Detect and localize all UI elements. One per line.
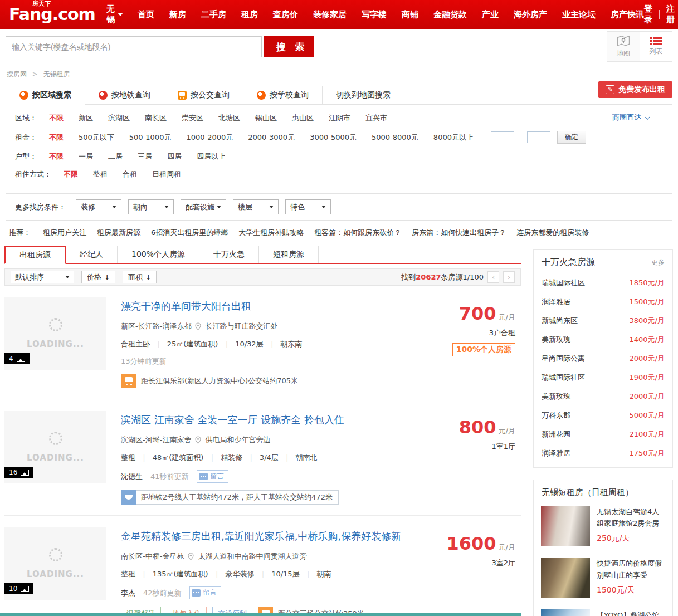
next-page-button[interactable]: ›	[503, 271, 515, 283]
urgent-list-item[interactable]: 美新玫瑰 2000元/月	[534, 387, 672, 406]
nav-item[interactable]: 商铺	[402, 9, 418, 20]
region-option[interactable]: 锡山区	[255, 113, 277, 123]
register-link[interactable]: 注册	[666, 4, 675, 25]
agent-name[interactable]: 沈德生	[121, 472, 143, 482]
message-button[interactable]: 留言	[189, 586, 221, 599]
listing-photo-placeholder[interactable]: LOADING... 10	[4, 527, 106, 600]
sort-order-select[interactable]: 默认排序	[11, 271, 74, 283]
listing-photo-placeholder[interactable]: LOADING... 4	[4, 297, 106, 370]
site-logo[interactable]: 房天下 Fang.com	[9, 1, 95, 28]
region-option[interactable]: 南长区	[145, 113, 167, 123]
urgent-list-item[interactable]: 美新玫瑰 1400元/月	[534, 330, 672, 349]
tab-search-by-bus[interactable]: 按公交查询	[164, 86, 243, 105]
urgent-list-item[interactable]: 瑞城国际社区 1900元/月	[534, 368, 672, 387]
tab-urgent[interactable]: 十万火急	[199, 246, 259, 263]
nav-item[interactable]: 装修家居	[313, 9, 347, 20]
nav-item[interactable]: 租房	[241, 9, 258, 20]
layout-option[interactable]: 四居	[167, 151, 182, 162]
city-selector[interactable]: 无锡	[106, 4, 123, 25]
region-option[interactable]: 新区	[79, 113, 93, 123]
filter-dropdown[interactable]: 朝向	[128, 199, 174, 214]
prev-page-button[interactable]: ‹	[487, 271, 499, 283]
tab-switch-to-map-search[interactable]: 切换到地图搜索	[323, 86, 404, 105]
rent-confirm-button[interactable]: 确定	[557, 131, 586, 144]
map-view-button[interactable]: 地图	[607, 32, 640, 61]
region-option[interactable]: 滨湖区	[108, 113, 130, 123]
rent-option[interactable]: 5000-8000元	[372, 133, 418, 143]
urgent-list-item[interactable]: 瑞城国际社区 1850元/月	[534, 273, 672, 292]
recommend-link[interactable]: 6招消灭出租房里的蟑螂	[151, 228, 228, 238]
short-rent-item[interactable]: 快捷酒店的价格度假别墅山庄的享受 1500元/天	[534, 552, 672, 604]
listing-photo-placeholder[interactable]: LOADING... 16	[4, 411, 106, 483]
nav-item[interactable]: 房产快讯	[611, 9, 644, 20]
listing-title-link[interactable]: 滨湖区 江南家舍 全装一室一厅 设施齐全 拎包入住	[121, 413, 344, 427]
list-view-button[interactable]: 列表	[640, 32, 672, 61]
recommend-link[interactable]: 连房东都爱的租房装修	[516, 228, 589, 238]
region-option[interactable]: 江阴市	[329, 113, 350, 123]
urgent-more-link[interactable]: 更多	[651, 258, 665, 267]
region-option[interactable]: 北塘区	[218, 113, 240, 123]
recommend-link[interactable]: 房东篇：如何快速出租房子？	[412, 228, 506, 238]
tab-rental-listings[interactable]: 出租房源	[4, 246, 66, 264]
rent-option[interactable]: 8000元以上	[433, 133, 474, 143]
nav-item[interactable]: 新房	[169, 9, 186, 20]
tab-short-rent[interactable]: 短租房源	[259, 246, 319, 263]
rent-option[interactable]: 2000-3000元	[248, 133, 295, 143]
region-option[interactable]: 惠山区	[292, 113, 314, 123]
filter-dropdown[interactable]: 装修	[76, 199, 121, 214]
filter-dropdown[interactable]: 楼层	[233, 199, 279, 214]
short-rent-item[interactable]: 无锡太湖自驾游4人组家庭旅馆2房套房 250元/天	[534, 500, 672, 552]
search-button[interactable]: 搜 索	[264, 36, 314, 57]
layout-option[interactable]: 不限	[49, 151, 64, 162]
urgent-list-item[interactable]: 润泽雅居 1750元/月	[534, 444, 672, 463]
agent-name[interactable]: 李杰	[121, 588, 135, 598]
recommend-link[interactable]: 租客篇：如何跟房东砍价？	[314, 228, 401, 238]
listing-area-link[interactable]: 新区-长江路-润泽东都	[121, 321, 191, 331]
tab-search-by-metro[interactable]: 按地铁查询	[85, 86, 164, 105]
nav-item[interactable]: 产业	[482, 9, 499, 20]
message-button[interactable]: 留言	[197, 470, 228, 483]
rent-max-input[interactable]	[527, 131, 550, 143]
rent-option[interactable]: 3000-5000元	[310, 133, 357, 143]
urgent-list-item[interactable]: 润泽雅居 1500元/月	[534, 292, 672, 311]
nav-item[interactable]: 二手房	[201, 9, 226, 20]
rent-min-input[interactable]	[491, 131, 514, 143]
short-rent-item[interactable]: 【YOYO】蠡湖公馆别墅派对聚会	[534, 604, 672, 616]
tab-personal-listings[interactable]: 100%个人房源	[118, 246, 199, 263]
search-input[interactable]	[6, 36, 262, 57]
region-option[interactable]: 不限	[49, 113, 64, 123]
breadcrumb-home[interactable]: 搜房网	[7, 70, 27, 78]
breadcrumb-current[interactable]: 无锡租房	[43, 70, 70, 78]
listing-title-link[interactable]: 漂亮干净的单间带大阳台出租	[121, 300, 251, 313]
tab-agents[interactable]: 经纪人	[66, 246, 118, 263]
rent-option[interactable]: 1000-2000元	[186, 133, 233, 143]
recommend-link[interactable]: 大学生租房补贴攻略	[238, 228, 304, 238]
region-option[interactable]: 宜兴市	[365, 113, 387, 123]
tab-search-by-school[interactable]: 按学校查询	[243, 86, 323, 105]
listing-area-link[interactable]: 南长区-中桥-金星苑	[121, 551, 184, 561]
urgent-list-item[interactable]: 新洲花园 2100元/月	[534, 425, 672, 444]
listing-title-link[interactable]: 金星苑精装修三房出租,靠近阳光家乐福,中桥乐购,保养好装修新	[121, 530, 401, 543]
nav-item[interactable]: 查房价	[273, 9, 298, 20]
nav-item[interactable]: 写字楼	[362, 9, 387, 20]
rent-option[interactable]: 500元以下	[79, 133, 114, 143]
nav-item[interactable]: 金融贷款	[433, 9, 467, 20]
recommend-link[interactable]: 租房最新房源	[97, 228, 140, 238]
publish-listing-button[interactable]: ✎ 免费发布出租	[598, 81, 672, 98]
sort-by-price-button[interactable]: 价格 ↓	[81, 271, 115, 283]
urgent-list-item[interactable]: 万科东郡 5000元/月	[534, 406, 672, 425]
recommend-link[interactable]: 租房用户关注	[43, 228, 86, 238]
rent-mode-option[interactable]: 整租	[93, 169, 108, 179]
login-link[interactable]: 登录	[644, 4, 652, 25]
layout-option[interactable]: 一居	[79, 151, 93, 162]
rent-option[interactable]: 500-1000元	[129, 133, 172, 143]
filter-dropdown[interactable]: 特色	[285, 199, 331, 214]
business-district-link[interactable]: 商圈直达	[612, 113, 648, 123]
layout-option[interactable]: 四居以上	[197, 151, 226, 162]
nav-item[interactable]: 海外房产	[514, 9, 547, 20]
nav-item[interactable]: 首页	[138, 9, 154, 20]
nav-item[interactable]: 业主论坛	[562, 9, 596, 20]
urgent-list-item[interactable]: 新城尚东区 3800元/月	[534, 311, 672, 330]
layout-option[interactable]: 二居	[108, 151, 123, 162]
sort-by-area-button[interactable]: 面积 ↓	[123, 271, 157, 283]
